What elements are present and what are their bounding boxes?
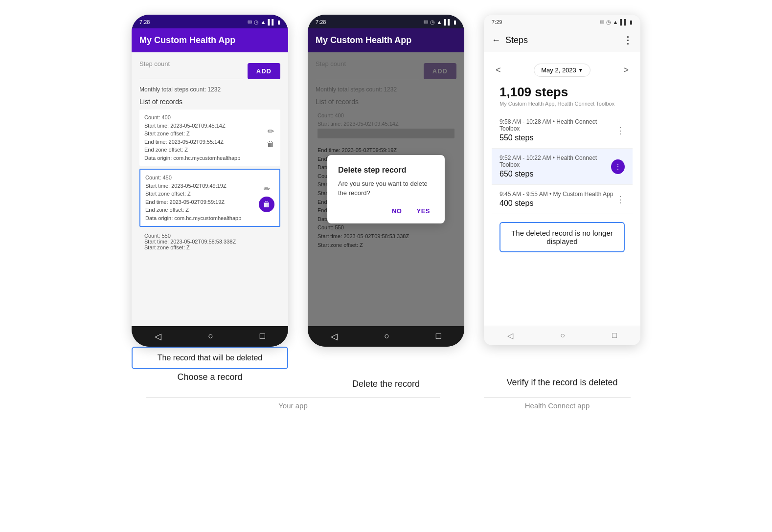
entry2-menu[interactable]: ⋮ — [611, 159, 625, 174]
phone1-record-1-delete[interactable]: 🗑 — [266, 139, 275, 150]
phone1-record-2-actions: ✏ 🗑 — [259, 174, 274, 222]
phone2: 7:28 ✉ ◷ ▲ ▌▌ ▮ My Custom Health App — [308, 15, 464, 347]
mr-count: Count: 550 — [144, 233, 275, 239]
p3-battery-icon: ▮ — [630, 19, 633, 25]
phone3-status-icons: ✉ ◷ ▲ ▌▌ ▮ — [600, 19, 633, 25]
dialog-message: Are you sure you want to delete the reco… — [338, 179, 434, 197]
phone3: 7:29 ✉ ◷ ▲ ▌▌ ▮ ← Steps ⋮ — [484, 15, 640, 345]
entry3-count: 400 steps — [500, 199, 613, 208]
r2-end: End time: 2023-05-02T09:59:19Z — [145, 198, 259, 206]
p3-home-nav[interactable]: ○ — [560, 331, 565, 340]
your-app-divider — [146, 397, 440, 398]
phone1-list-title: List of records — [139, 98, 280, 106]
phone1-step-label: Step count — [139, 60, 243, 67]
entry1-count: 550 steps — [500, 133, 616, 142]
phone3-back-icon[interactable]: ← — [492, 35, 500, 45]
deleted-notice: The deleted record is no longer displaye… — [500, 222, 625, 252]
phone1-step-underline — [139, 69, 243, 79]
dialog-actions: NO YES — [338, 205, 434, 217]
phone1-caption: The record that will be deleted — [132, 347, 288, 369]
mr-start: Start time: 2023-05-02T09:58:53.338Z — [144, 239, 275, 244]
date-value: May 2, 2023 — [541, 66, 576, 74]
phone3-screen: < May 2, 2023 ▼ > 1,109 steps My Custom … — [484, 52, 640, 326]
phone3-status-bar: 7:29 ✉ ◷ ▲ ▌▌ ▮ — [484, 15, 640, 28]
phone3-menu-icon[interactable]: ⋮ — [623, 34, 633, 46]
phone1-screen: Step count ADD Monthly total steps count… — [132, 52, 288, 326]
p3-email-icon: ✉ — [600, 19, 604, 25]
phone1-record-2-edit[interactable]: ✏ — [263, 183, 271, 195]
phone1-time: 7:28 — [139, 19, 150, 25]
p3-alarm-icon: ◷ — [606, 19, 611, 25]
p2-signal-icon: ▌▌ — [444, 19, 452, 25]
phone1-add-button[interactable]: ADD — [248, 63, 280, 79]
p3-back-nav[interactable]: ◁ — [507, 331, 513, 340]
date-dropdown-icon: ▼ — [578, 67, 583, 73]
phone3-steps-bar: ← Steps ⋮ — [484, 28, 640, 52]
steps-entry-3: 9:45 AM - 9:55 AM • My Custom Health App… — [492, 185, 633, 214]
p3-recents-nav[interactable]: □ — [612, 331, 617, 340]
main-row: 7:28 ✉ ◷ ▲ ▌▌ ▮ My Custom Health App Ste… — [10, 15, 762, 389]
phone1-status-icons: ✉ ◷ ▲ ▌▌ ▮ — [248, 19, 280, 25]
phone1-record-1-edit[interactable]: ✏ — [267, 126, 275, 137]
phone2-status-icons: ✉ ◷ ▲ ▌▌ ▮ — [424, 19, 456, 25]
phone1-record-1-actions: ✏ 🗑 — [266, 113, 275, 162]
date-nav: < May 2, 2023 ▼ > — [492, 60, 633, 81]
dialog-no-button[interactable]: NO — [388, 205, 406, 217]
phone2-status-bar: 7:28 ✉ ◷ ▲ ▌▌ ▮ — [308, 15, 464, 28]
back-nav-icon[interactable]: ◁ — [155, 331, 161, 342]
p2-battery-icon: ▮ — [454, 19, 456, 25]
r2-start: Start time: 2023-05-02T09:49:19Z — [145, 182, 259, 190]
date-pill[interactable]: May 2, 2023 ▼ — [534, 64, 590, 77]
phone1-nav-bar: ◁ ○ □ — [132, 326, 288, 347]
r1-end: End time: 2023-05-02T09:55:14Z — [144, 138, 266, 146]
steps-entry-2: 9:52 AM - 10:22 AM • Health Connect Tool… — [492, 149, 633, 185]
battery-icon: ▮ — [277, 19, 280, 25]
p2-recents-icon[interactable]: □ — [436, 331, 441, 342]
r1-count: Count: 400 — [144, 113, 266, 122]
date-next-btn[interactable]: > — [619, 65, 633, 75]
entry3-info: 9:45 AM - 9:55 AM • My Custom Health App… — [500, 191, 613, 208]
dialog-title: Delete step record — [338, 166, 434, 175]
phone3-step-label-caption: Verify if the record is deleted — [506, 377, 617, 388]
r2-origin: Data origin: com.hc.mycustomhealthapp — [145, 214, 259, 222]
wifi-icon: ▲ — [261, 19, 266, 25]
phone1-caption-text: The record that will be deleted — [158, 354, 262, 362]
entry2-info: 9:52 AM - 10:22 AM • Health Connect Tool… — [500, 155, 611, 178]
phone1-record-2-delete[interactable]: 🗑 — [259, 197, 274, 212]
phone3-screen-title: Steps — [505, 35, 528, 45]
phone1-input-row: Step count ADD — [139, 60, 280, 79]
signal-icon: ▌▌ — [268, 19, 275, 25]
entry2-count: 650 steps — [500, 170, 611, 178]
hc-app-label: Health Connect app — [525, 401, 590, 410]
p2-email-icon: ✉ — [424, 19, 428, 25]
p2-home-icon[interactable]: ○ — [384, 331, 389, 342]
recents-nav-icon[interactable]: □ — [260, 331, 265, 342]
phone3-bottom-nav: ◁ ○ □ — [484, 326, 640, 345]
p2-back-icon[interactable]: ◁ — [331, 331, 338, 342]
total-steps: 1,109 steps — [492, 81, 633, 101]
phone1-app-bar: My Custom Health App — [132, 28, 288, 52]
entry1-info: 9:58 AM - 10:28 AM • Health Connect Tool… — [500, 118, 616, 142]
phone2-dialog-overlay: Delete step record Are you sure you want… — [308, 52, 464, 326]
phone2-step-label-caption: Delete the record — [352, 379, 420, 389]
phone1-step-input-field[interactable]: Step count — [139, 60, 243, 79]
phone3-section: 7:29 ✉ ◷ ▲ ▌▌ ▮ ← Steps ⋮ — [484, 15, 640, 388]
date-prev-btn[interactable]: < — [492, 65, 505, 75]
entry3-menu[interactable]: ⋮ — [616, 194, 625, 205]
phone1-monthly-total: Monthly total steps count: 1232 — [139, 86, 280, 93]
entry1-menu[interactable]: ⋮ — [616, 125, 625, 136]
phone1: 7:28 ✉ ◷ ▲ ▌▌ ▮ My Custom Health App Ste… — [132, 15, 288, 347]
entry2-time: 9:52 AM - 10:22 AM • Health Connect Tool… — [500, 155, 611, 168]
phone3-time: 7:29 — [492, 19, 502, 25]
bottom-labels-row: Your app Health Connect app — [10, 397, 762, 410]
phone1-app-title: My Custom Health App — [139, 35, 235, 45]
phone2-app-bar: My Custom Health App — [308, 28, 464, 52]
r1-origin: Data origin: com.hc.mycustomhealthapp — [144, 154, 266, 162]
home-nav-icon[interactable]: ○ — [208, 331, 213, 342]
entry3-bullet: • — [549, 191, 553, 198]
entry3-time: 9:45 AM - 9:55 AM • My Custom Health App — [500, 191, 613, 198]
dialog-yes-button[interactable]: YES — [412, 205, 434, 217]
phone1-more-records: Count: 550 Start time: 2023-05-02T09:58:… — [139, 230, 280, 252]
phone1-section: 7:28 ✉ ◷ ▲ ▌▌ ▮ My Custom Health App Ste… — [132, 15, 288, 382]
deleted-notice-box: The deleted record is no longer displaye… — [500, 222, 625, 252]
